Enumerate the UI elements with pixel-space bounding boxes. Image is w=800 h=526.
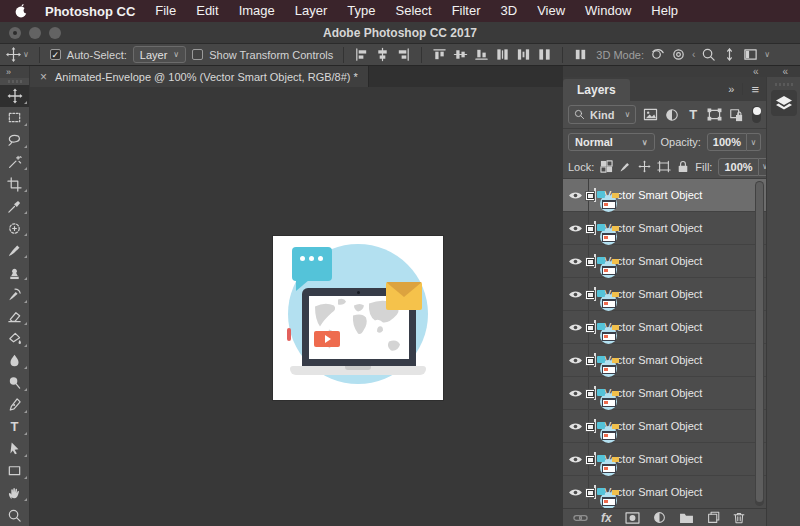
align-horizontal-centers-icon[interactable] — [375, 47, 390, 62]
layer-thumbnail[interactable] — [589, 420, 600, 432]
shape-layer-filter-icon[interactable] — [707, 107, 722, 122]
collapse-panels-icon[interactable]: « — [753, 66, 759, 77]
3d-zoom-icon[interactable] — [701, 47, 716, 62]
new-layer-icon[interactable] — [707, 511, 720, 524]
pen-tool[interactable] — [0, 394, 30, 416]
layer-row[interactable]: Vector Smart Object — [563, 212, 766, 245]
filtering-toggle[interactable] — [752, 106, 761, 123]
opacity-value[interactable]: 100% — [707, 133, 747, 151]
lock-all-icon[interactable] — [677, 160, 689, 174]
paint-bucket-tool[interactable] — [0, 328, 30, 350]
pixel-layer-filter-icon[interactable] — [642, 107, 657, 122]
blur-tool[interactable] — [0, 350, 30, 372]
blend-mode-dropdown[interactable]: Normal ∨ — [568, 133, 655, 151]
layer-thumbnail[interactable] — [589, 255, 600, 267]
panel-menu-icon[interactable]: ≡ — [751, 82, 758, 97]
menu-edit[interactable]: Edit — [186, 0, 228, 22]
layer-row[interactable]: Vector Smart Object — [563, 377, 766, 410]
lock-image-pixels-icon[interactable] — [619, 160, 632, 174]
zoom-tool[interactable] — [0, 504, 30, 526]
layer-thumbnail[interactable] — [589, 321, 600, 333]
type-layer-filter-icon[interactable]: T — [685, 107, 700, 122]
distribute-horizontal-centers-icon[interactable] — [516, 47, 531, 62]
hand-tool[interactable] — [0, 482, 30, 504]
layers-scrollbar[interactable] — [755, 181, 764, 506]
layer-row[interactable]: Vector Smart Object — [563, 344, 766, 377]
menu-layer[interactable]: Layer — [285, 0, 338, 22]
link-layers-icon[interactable] — [573, 512, 588, 524]
rectangular-marquee-tool[interactable] — [0, 107, 30, 129]
zoom-window-button[interactable] — [49, 27, 61, 39]
expand-tools-button[interactable]: » — [0, 66, 29, 78]
brush-tool[interactable] — [0, 239, 30, 261]
opacity-chevron[interactable]: ∨ — [747, 133, 761, 151]
minimize-window-button[interactable] — [29, 27, 41, 39]
tool-preset-picker[interactable]: ∨ — [6, 47, 29, 62]
lock-artboard-icon[interactable] — [657, 160, 671, 174]
clone-stamp-tool[interactable] — [0, 261, 30, 283]
menu-file[interactable]: File — [145, 0, 186, 22]
distribute-right-edges-icon[interactable] — [537, 47, 552, 62]
apple-menu-icon[interactable] — [14, 3, 29, 19]
close-window-button[interactable] — [9, 27, 21, 39]
delete-layer-icon[interactable] — [733, 511, 745, 524]
layer-mask-icon[interactable] — [625, 512, 640, 524]
eyedropper-tool[interactable] — [0, 195, 30, 217]
align-top-edges-icon[interactable] — [432, 47, 447, 62]
collapse-panel-group-icon[interactable]: » — [728, 83, 734, 95]
layer-row[interactable]: Vector Smart Object — [563, 179, 766, 212]
layer-style-icon[interactable]: fx — [601, 511, 612, 525]
menu-help[interactable]: Help — [641, 0, 688, 22]
lock-position-icon[interactable] — [638, 160, 651, 174]
layer-thumbnail[interactable] — [589, 486, 600, 498]
magic-wand-tool[interactable] — [0, 151, 30, 173]
menu-filter[interactable]: Filter — [442, 0, 491, 22]
type-tool[interactable]: T — [0, 416, 30, 438]
menu-app-name[interactable]: Photoshop CC — [35, 4, 145, 19]
dock-drag-grip[interactable] — [775, 83, 793, 86]
menu-image[interactable]: Image — [229, 0, 285, 22]
filter-kind-dropdown[interactable]: Kind ∨ — [568, 105, 636, 124]
align-right-edges-icon[interactable] — [396, 47, 411, 62]
distribute-left-edges-icon[interactable] — [495, 47, 510, 62]
layer-thumbnail[interactable] — [589, 189, 600, 201]
layer-row[interactable]: Vector Smart Object — [563, 245, 766, 278]
group-icon[interactable] — [679, 512, 694, 524]
layer-row[interactable]: Vector Smart Object — [563, 476, 766, 508]
layer-thumbnail[interactable] — [589, 288, 600, 300]
tools-drag-grip[interactable] — [8, 80, 22, 83]
3d-orbit-icon[interactable] — [650, 47, 665, 62]
adjustment-layer-filter-icon[interactable] — [664, 107, 679, 122]
align-vertical-centers-icon[interactable] — [453, 47, 468, 62]
menu-3d[interactable]: 3D — [491, 0, 528, 22]
layer-row[interactable]: Vector Smart Object — [563, 278, 766, 311]
fill-value[interactable]: 100% — [718, 158, 758, 176]
3d-slide-icon[interactable] — [722, 47, 737, 62]
layer-thumbnail[interactable] — [589, 222, 600, 234]
move-tool[interactable] — [0, 85, 30, 107]
workspace-switcher-icon[interactable] — [743, 47, 758, 62]
layers-tab[interactable]: Layers — [563, 79, 630, 101]
collapse-dock-icon[interactable]: « — [782, 66, 788, 77]
layers-panel-dock-button[interactable] — [771, 90, 797, 116]
layer-thumbnail[interactable] — [589, 354, 600, 366]
healing-brush-tool[interactable] — [0, 217, 30, 239]
menu-type[interactable]: Type — [337, 0, 385, 22]
3d-roll-icon[interactable] — [671, 47, 686, 62]
menu-view[interactable]: View — [527, 0, 575, 22]
layer-row[interactable]: Vector Smart Object — [563, 410, 766, 443]
distribute-spacing-icon[interactable] — [573, 47, 588, 62]
align-left-edges-icon[interactable] — [354, 47, 369, 62]
auto-select-target-dropdown[interactable]: Layer ∨ — [133, 46, 186, 63]
layer-row[interactable]: Vector Smart Object — [563, 311, 766, 344]
layer-thumbnail[interactable] — [589, 387, 600, 399]
show-transform-controls-checkbox[interactable] — [192, 49, 203, 60]
close-tab-icon[interactable]: × — [40, 70, 47, 84]
adjustment-layer-icon[interactable] — [653, 511, 666, 524]
path-selection-tool[interactable] — [0, 438, 30, 460]
align-bottom-edges-icon[interactable] — [474, 47, 489, 62]
rectangle-tool[interactable] — [0, 460, 30, 482]
menu-window[interactable]: Window — [575, 0, 641, 22]
document-tab[interactable]: × Animated-Envelope @ 100% (Vector Smart… — [30, 66, 369, 87]
smart-object-filter-icon[interactable] — [728, 107, 743, 122]
